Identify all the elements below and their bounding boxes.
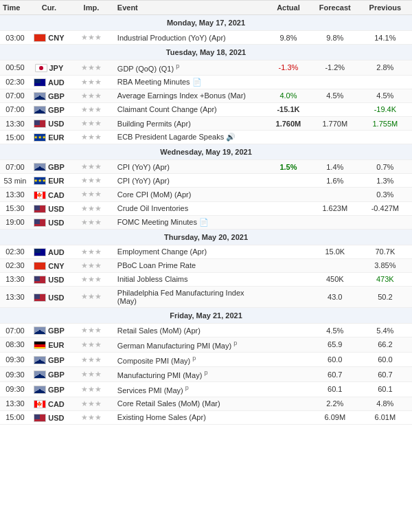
star-1: ★ <box>81 105 88 113</box>
section-date: Monday, May 17, 2021 <box>0 15 412 31</box>
event-currency: AUD <box>30 75 68 89</box>
currency-code: GBP <box>48 326 65 335</box>
event-previous: 70.7K <box>358 245 412 258</box>
event-importance: ★★★ <box>68 272 115 286</box>
currency-code: USD <box>48 205 64 213</box>
event-currency: GBP <box>30 89 68 102</box>
star-1: ★ <box>81 292 88 300</box>
event-importance: ★★★ <box>68 245 115 258</box>
table-row: 13:30 USD ★★★ Building Permits (Apr) 1.7… <box>0 117 412 131</box>
event-actual <box>265 410 312 424</box>
event-name: Philadelphia Fed Manufacturing Index (Ma… <box>115 286 265 307</box>
event-currency: EUR <box>30 337 68 353</box>
event-name: Average Earnings Index +Bonus (Mar) <box>115 89 265 102</box>
event-currency: GBP <box>30 160 68 174</box>
event-previous <box>358 75 412 89</box>
table-row: 13:30 USD ★★★ Philadelphia Fed Manufactu… <box>0 286 412 307</box>
event-name: Crude Oil Inventories <box>115 201 265 215</box>
event-actual <box>265 188 312 201</box>
event-forecast: 1.770M <box>312 117 358 131</box>
event-forecast: -1.2% <box>312 60 358 76</box>
event-previous: 3.85% <box>358 258 412 272</box>
star-1: ★ <box>81 133 88 141</box>
star-3: ★ <box>95 218 102 226</box>
section-header: Thursday, May 20, 2021 <box>0 229 412 245</box>
event-forecast: 65.9 <box>312 337 358 353</box>
star-2: ★ <box>88 63 95 71</box>
event-forecast: 4.5% <box>312 323 358 337</box>
event-time: 19:00 <box>0 215 30 229</box>
section-date: Friday, May 21, 2021 <box>0 307 412 323</box>
star-3: ★ <box>95 275 102 283</box>
currency-code: CAD <box>48 191 65 199</box>
star-3: ★ <box>95 63 102 71</box>
event-forecast: 60.7 <box>312 367 358 382</box>
table-row: 15:30 USD ★★★ Crude Oil Inventories 1.62… <box>0 201 412 215</box>
header-event: Event <box>115 1 265 15</box>
currency-code: AUD <box>48 248 65 256</box>
event-currency: CNY <box>30 31 68 45</box>
prelim-indicator: p <box>192 355 196 362</box>
star-2: ★ <box>88 105 95 113</box>
event-name: ECB President Lagarde Speaks 🔊 <box>115 131 265 144</box>
star-3: ★ <box>95 340 102 348</box>
event-previous: 66.2 <box>358 337 412 353</box>
event-actual <box>265 337 312 353</box>
event-previous <box>358 131 412 144</box>
event-time: 09:30 <box>0 382 30 397</box>
event-forecast: 9.8% <box>312 31 358 45</box>
event-name: Claimant Count Change (Apr) <box>115 102 265 116</box>
event-importance: ★★★ <box>68 174 115 188</box>
star-1: ★ <box>81 162 88 170</box>
event-forecast: 4.5% <box>312 89 358 102</box>
star-2: ★ <box>88 292 95 300</box>
event-importance: ★★★ <box>68 323 115 337</box>
prelim-indicator: p <box>176 63 179 69</box>
table-row: 19:00 USD ★★★ FOMC Meeting Minutes 📄 <box>0 215 412 229</box>
event-previous: 60.7 <box>358 367 412 382</box>
header-forecast: Forecast <box>312 1 358 15</box>
star-2: ★ <box>88 275 95 283</box>
event-importance: ★★★ <box>68 201 115 215</box>
star-2: ★ <box>88 261 95 269</box>
star-2: ★ <box>88 247 95 256</box>
section-date: Wednesday, May 19, 2021 <box>0 144 412 160</box>
section-date: Thursday, May 20, 2021 <box>0 229 412 245</box>
star-2: ★ <box>88 355 95 364</box>
event-currency: ★★★EUR <box>30 174 68 188</box>
event-currency: GBP <box>30 352 68 367</box>
event-name: CPI (YoY) (Apr) <box>115 160 265 174</box>
event-time: 07:00 <box>0 323 30 337</box>
event-importance: ★★★ <box>68 337 115 353</box>
event-importance: ★★★ <box>68 75 115 89</box>
currency-code: CNY <box>48 34 64 42</box>
currency-code: AUD <box>48 78 65 87</box>
section-header: Wednesday, May 19, 2021 <box>0 144 412 160</box>
event-previous: 0.7% <box>358 160 412 174</box>
prelim-indicator: p <box>185 384 189 391</box>
event-currency: GBP <box>30 382 68 397</box>
event-actual: 1.760M <box>265 117 312 131</box>
section-header: Friday, May 21, 2021 <box>0 307 412 323</box>
event-importance: ★★★ <box>68 397 115 410</box>
event-actual <box>265 352 312 367</box>
event-time: 13:30 <box>0 286 30 307</box>
event-currency: GBP <box>30 102 68 116</box>
header-importance: Imp. <box>68 1 115 15</box>
star-2: ★ <box>88 204 95 212</box>
star-3: ★ <box>95 326 102 334</box>
event-currency: 🍁CAD <box>30 397 68 410</box>
star-3: ★ <box>95 261 102 269</box>
event-name: GDP (QoQ) (Q1) p <box>115 60 265 76</box>
header-actual: Actual <box>265 1 312 15</box>
section-header: Monday, May 17, 2021 <box>0 15 412 31</box>
prelim-indicator: p <box>204 369 207 376</box>
event-name: Building Permits (Apr) <box>115 117 265 131</box>
star-1: ★ <box>81 78 88 86</box>
event-time: 07:00 <box>0 160 30 174</box>
event-actual <box>265 245 312 258</box>
star-1: ★ <box>81 33 88 41</box>
table-row: 02:30 AUD ★★★ Employment Change (Apr) 15… <box>0 245 412 258</box>
currency-code: GBP <box>48 92 65 100</box>
event-name: FOMC Meeting Minutes 📄 <box>115 215 265 229</box>
